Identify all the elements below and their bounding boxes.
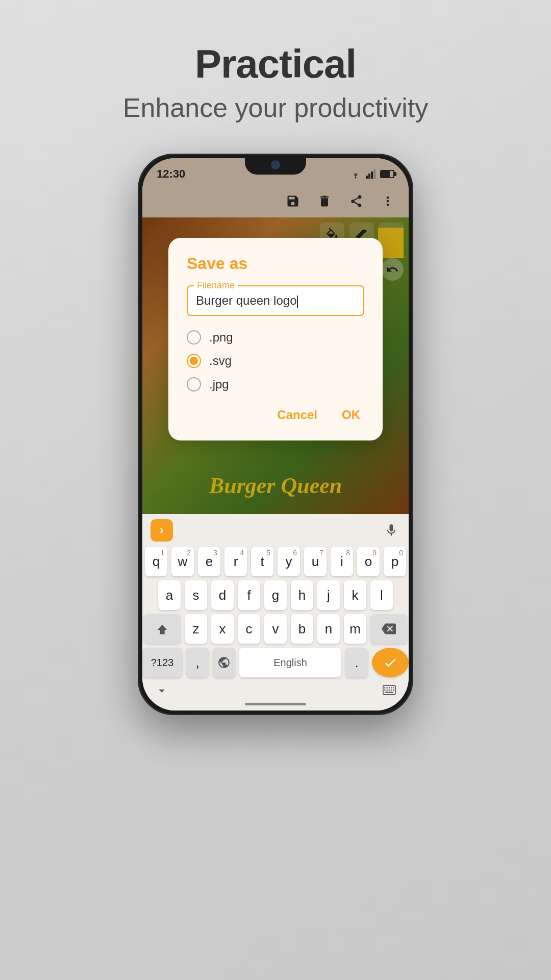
phone-notch — [245, 155, 306, 175]
key-num: 3 — [213, 549, 217, 557]
key-label: g — [272, 587, 279, 603]
shift-key[interactable] — [144, 614, 181, 644]
space-key[interactable]: English — [239, 648, 341, 677]
key-d[interactable]: d — [211, 580, 234, 610]
status-icons — [349, 169, 394, 179]
key-num: 1 — [160, 549, 164, 557]
key-num: 0 — [399, 549, 403, 557]
key-label: v — [272, 621, 279, 637]
phone-frame: 12:30 — [138, 154, 413, 715]
svg-rect-13 — [389, 690, 390, 691]
save-button[interactable] — [284, 192, 302, 210]
key-r[interactable]: 4r — [224, 547, 247, 576]
svg-label: .svg — [209, 354, 232, 368]
key-u[interactable]: 7u — [304, 547, 327, 576]
keyboard-icon[interactable] — [378, 681, 400, 700]
home-bar — [245, 703, 306, 705]
key-t[interactable]: 5t — [251, 547, 273, 576]
app-toolbar — [142, 185, 409, 217]
svg-rect-16 — [385, 692, 393, 693]
svg-rect-6 — [384, 687, 385, 688]
front-camera — [271, 160, 280, 169]
key-num: 4 — [240, 549, 244, 557]
key-m[interactable]: m — [344, 614, 366, 644]
nav-down-button[interactable] — [151, 681, 173, 700]
key-x[interactable]: x — [211, 614, 234, 644]
svg-rect-7 — [387, 687, 388, 688]
backspace-key[interactable] — [370, 614, 407, 644]
key-num: 6 — [293, 549, 297, 557]
svg-rect-8 — [389, 687, 390, 688]
key-n[interactable]: n — [317, 614, 340, 644]
svg-rect-15 — [393, 690, 394, 691]
comma-key[interactable]: , — [186, 648, 209, 677]
key-p[interactable]: 0p — [384, 547, 406, 576]
key-y[interactable]: 6y — [278, 547, 300, 576]
key-o[interactable]: 9o — [357, 547, 380, 576]
key-s[interactable]: s — [185, 580, 207, 610]
cancel-button[interactable]: Cancel — [273, 406, 321, 424]
format-jpg-option[interactable]: .jpg — [187, 377, 364, 391]
key-num: 2 — [187, 549, 191, 557]
key-v[interactable]: v — [264, 614, 287, 644]
key-label: u — [312, 554, 319, 570]
save-dialog: Save as Filename Burger queen logo .png — [168, 238, 383, 440]
key-z[interactable]: z — [185, 614, 207, 644]
period-key[interactable]: . — [345, 648, 368, 677]
key-w[interactable]: 2w — [171, 547, 194, 576]
canvas-area[interactable]: Burger Queen Save as Filename Burger que… — [142, 217, 409, 514]
more-button[interactable] — [379, 192, 396, 210]
key-label: k — [352, 587, 359, 603]
key-label: p — [391, 554, 398, 570]
svg-rect-12 — [387, 690, 388, 691]
format-svg-option[interactable]: .svg — [187, 354, 364, 368]
page-subtitle: Enhance your productivity — [123, 92, 428, 123]
enter-key[interactable] — [372, 648, 409, 677]
svg-rect-4 — [373, 169, 375, 179]
key-b[interactable]: b — [291, 614, 313, 644]
num-toggle-key[interactable]: ?123 — [142, 648, 182, 677]
key-label: z — [193, 621, 199, 637]
page-header: Practical Enhance your productivity — [123, 41, 428, 123]
jpg-label: .jpg — [209, 377, 229, 391]
key-k[interactable]: k — [344, 580, 366, 610]
svg-rect-14 — [391, 690, 392, 691]
key-label: m — [349, 621, 361, 637]
ok-button[interactable]: OK — [338, 406, 364, 424]
share-button[interactable] — [347, 192, 365, 210]
key-i[interactable]: 8i — [331, 547, 353, 576]
key-q[interactable]: 1q — [145, 547, 167, 576]
delete-button[interactable] — [316, 192, 333, 210]
key-label: t — [260, 554, 264, 570]
phone-screen: 12:30 — [142, 158, 409, 710]
filename-label: Filename — [194, 280, 238, 291]
keyboard-expand-button[interactable]: › — [151, 519, 173, 542]
expand-icon: › — [160, 524, 163, 537]
format-png-option[interactable]: .png — [187, 330, 364, 345]
period-label: . — [355, 655, 358, 671]
svg-rect-3 — [371, 172, 373, 179]
battery-icon — [380, 170, 394, 178]
dialog-actions: Cancel OK — [187, 406, 364, 424]
key-num: 8 — [346, 549, 350, 557]
png-radio-circle[interactable] — [187, 330, 201, 345]
svg-radio-circle[interactable] — [187, 354, 201, 368]
globe-key[interactable] — [213, 648, 235, 677]
key-g[interactable]: g — [264, 580, 287, 610]
key-label: i — [340, 554, 343, 570]
key-a[interactable]: a — [158, 580, 181, 610]
key-j[interactable]: j — [317, 580, 340, 610]
jpg-radio-circle[interactable] — [187, 377, 201, 391]
key-label: o — [365, 554, 372, 570]
key-l[interactable]: l — [370, 580, 393, 610]
key-c[interactable]: c — [238, 614, 260, 644]
svg-rect-10 — [393, 687, 394, 688]
svg-rect-11 — [384, 690, 385, 691]
microphone-button[interactable] — [382, 521, 400, 540]
key-e[interactable]: 3e — [198, 547, 220, 576]
keyboard-row-4: ?123 , English . — [146, 648, 405, 677]
key-f[interactable]: f — [238, 580, 260, 610]
filename-input[interactable]: Burger queen logo — [196, 293, 355, 308]
key-h[interactable]: h — [291, 580, 313, 610]
filename-field[interactable]: Filename Burger queen logo — [187, 285, 364, 316]
